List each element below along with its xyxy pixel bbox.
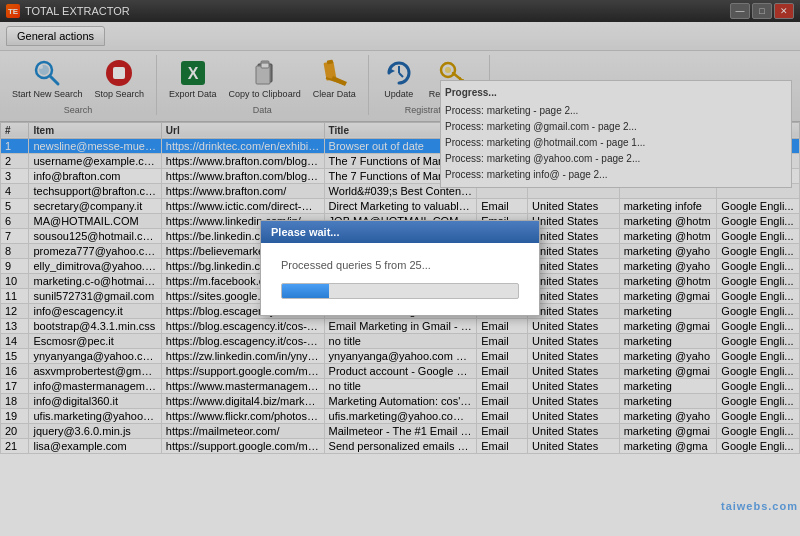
dialog-title: Please wait... [261,221,539,243]
wait-dialog: Please wait... Processed queries 5 from … [260,220,540,316]
progress-bar [281,283,519,299]
progress-bar-fill [282,284,329,298]
overlay: Please wait... Processed queries 5 from … [0,0,800,536]
dialog-message: Processed queries 5 from 25... [281,259,519,271]
watermark: taiwebs.com [721,500,798,512]
dialog-body: Processed queries 5 from 25... [261,243,539,315]
